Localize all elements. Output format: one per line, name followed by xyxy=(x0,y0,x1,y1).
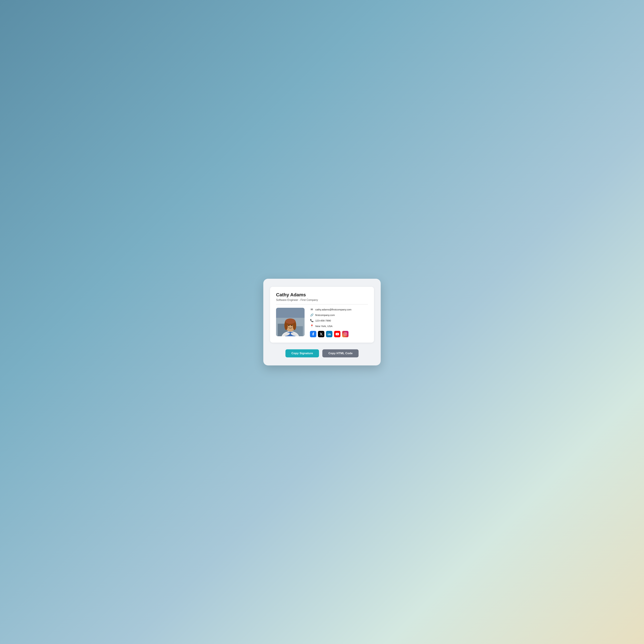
instagram-icon[interactable] xyxy=(342,331,348,337)
twitter-x-icon[interactable] xyxy=(318,331,324,337)
youtube-icon[interactable] xyxy=(334,331,340,337)
website-row: 🔗 firstcompany.com xyxy=(310,313,368,317)
svg-point-11 xyxy=(285,318,295,324)
phone-value: 123-456-7890 xyxy=(315,319,331,322)
outer-card: Cathy Adams Software Engineer - First Co… xyxy=(263,279,381,365)
website-value: firstcompany.com xyxy=(315,314,335,316)
svg-rect-18 xyxy=(344,333,347,335)
buttons-row: Copy Signature Copy HTML Code xyxy=(270,349,374,357)
email-value: cathy.adams@firstcompany.com xyxy=(315,308,352,311)
facebook-icon[interactable] xyxy=(310,331,316,337)
location-row: 📍 New York, USA xyxy=(310,324,368,328)
sig-details: ✉ cathy.adams@firstcompany.com 🔗 firstco… xyxy=(310,308,368,337)
svg-point-13 xyxy=(291,325,292,326)
location-value: New York, USA xyxy=(315,325,333,328)
signature-card: Cathy Adams Software Engineer - First Co… xyxy=(270,287,374,343)
phone-row: 📞 123-456-7890 xyxy=(310,319,368,322)
svg-point-16 xyxy=(328,333,328,333)
person-photo xyxy=(276,308,305,336)
copy-html-button[interactable]: Copy HTML Code xyxy=(322,349,359,357)
person-title: Software Engineer - First Company xyxy=(276,299,368,302)
svg-point-12 xyxy=(288,325,289,326)
copy-signature-button[interactable]: Copy Signature xyxy=(285,349,319,357)
location-icon: 📍 xyxy=(310,324,314,328)
social-row xyxy=(310,331,368,337)
sig-body: ✉ cathy.adams@firstcompany.com 🔗 firstco… xyxy=(276,308,368,337)
person-name: Cathy Adams xyxy=(276,292,368,298)
link-icon: 🔗 xyxy=(310,313,314,317)
email-row: ✉ cathy.adams@firstcompany.com xyxy=(310,308,368,311)
linkedin-icon[interactable] xyxy=(326,331,332,337)
email-icon: ✉ xyxy=(310,308,314,311)
phone-icon: 📞 xyxy=(310,319,314,322)
